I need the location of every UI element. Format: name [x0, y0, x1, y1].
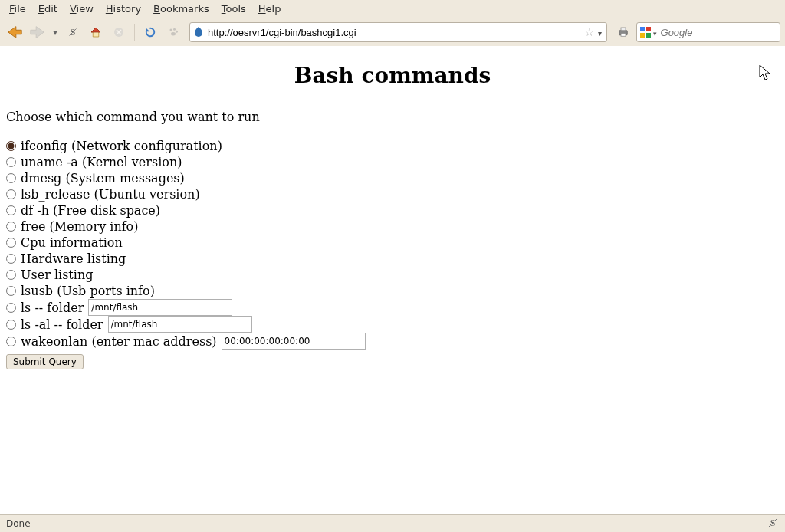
radio-df[interactable] — [6, 205, 16, 215]
prompt-text: Choose which command you want to run — [6, 110, 779, 124]
search-engine-dropdown[interactable] — [652, 27, 659, 38]
page-content: Bash commands Choose which command you w… — [0, 46, 785, 514]
option-label-lsb_release: lsb_release (Ubuntu version) — [21, 186, 200, 202]
status-text: Done — [6, 518, 31, 529]
radio-ifconfig[interactable] — [6, 141, 16, 151]
home-button[interactable] — [86, 22, 106, 42]
radio-ls[interactable] — [6, 303, 16, 313]
radio-lsusb[interactable] — [6, 286, 16, 296]
url-dropdown[interactable] — [596, 27, 604, 38]
status-script-icon[interactable]: S — [767, 517, 779, 531]
submit-button[interactable]: Submit Query — [6, 354, 84, 369]
svg-point-8 — [171, 32, 176, 36]
back-button[interactable] — [5, 22, 25, 42]
option-label-hw: Hardware listing — [21, 251, 126, 267]
back-arrow-icon — [6, 24, 23, 41]
svg-point-6 — [173, 28, 176, 31]
radio-free[interactable] — [6, 222, 16, 232]
svg-point-5 — [170, 29, 172, 31]
forward-button[interactable] — [28, 22, 48, 42]
menu-view[interactable]: View — [64, 2, 100, 17]
stop-button[interactable] — [109, 22, 129, 42]
search-input[interactable] — [659, 27, 785, 38]
radio-uname[interactable] — [6, 157, 16, 167]
feeds-button[interactable] — [163, 22, 183, 42]
option-row-wol: wakeonlan (enter mac address) — [6, 333, 779, 350]
menu-help[interactable]: Help — [252, 2, 287, 17]
print-button[interactable] — [613, 22, 633, 42]
toolbar-separator — [134, 24, 135, 41]
radio-hw[interactable] — [6, 254, 16, 264]
option-label-lsusb: lsusb (Usb ports info) — [21, 283, 155, 299]
paw-icon — [166, 25, 180, 39]
site-favicon — [192, 26, 205, 38]
page-title: Bash commands — [6, 63, 779, 88]
svg-rect-15 — [646, 33, 651, 38]
s-icon: S — [66, 25, 80, 39]
bookmark-star-icon[interactable]: ☆ — [584, 26, 596, 38]
reload-icon — [143, 25, 157, 39]
option-row-free: free (Memory info) — [6, 218, 779, 235]
radio-user[interactable] — [6, 270, 16, 280]
option-row-cpu: Cpu information — [6, 235, 779, 251]
option-label-lsal: ls -al -- folder — [21, 317, 103, 333]
option-row-ifconfig: ifconfig (Network configuration) — [6, 138, 779, 154]
stop-icon — [112, 25, 126, 39]
option-label-free: free (Memory info) — [21, 218, 138, 235]
radio-lsal[interactable] — [6, 320, 16, 330]
menu-file[interactable]: File — [3, 2, 32, 17]
url-input[interactable] — [205, 27, 584, 38]
option-row-hw: Hardware listing — [6, 251, 779, 267]
menu-bookmarks[interactable]: Bookmarks — [147, 2, 215, 17]
option-label-wol: wakeonlan (enter mac address) — [21, 333, 217, 350]
option-label-df: df -h (Free disk space) — [21, 202, 160, 218]
menu-tools[interactable]: Tools — [215, 2, 252, 17]
svg-rect-10 — [621, 28, 626, 31]
option-label-ls: ls -- folder — [21, 300, 84, 316]
svg-point-7 — [176, 31, 178, 33]
menu-edit[interactable]: Edit — [32, 2, 64, 17]
option-row-user: User listing — [6, 267, 779, 283]
option-input-wol[interactable] — [222, 333, 366, 350]
radio-lsb_release[interactable] — [6, 189, 16, 199]
search-bar[interactable] — [636, 22, 780, 42]
statusbar: Done S — [0, 514, 785, 532]
option-label-ifconfig: ifconfig (Network configuration) — [21, 138, 222, 154]
option-label-dmesg: dmesg (System messages) — [21, 170, 185, 186]
home-icon — [89, 25, 103, 39]
option-row-lsusb: lsusb (Usb ports info) — [6, 283, 779, 299]
toolbar: S — [0, 18, 785, 47]
google-icon — [639, 26, 652, 38]
radio-cpu[interactable] — [6, 238, 16, 248]
option-input-lsal[interactable] — [108, 316, 252, 333]
option-row-df: df -h (Free disk space) — [6, 202, 779, 218]
svg-rect-11 — [621, 34, 626, 37]
search-engine-icon — [639, 26, 652, 38]
url-bar[interactable]: ☆ — [189, 22, 607, 42]
reload-button[interactable] — [140, 22, 160, 42]
menu-history[interactable]: History — [100, 2, 147, 17]
drupal-icon — [192, 26, 205, 38]
s-icon: S — [767, 517, 779, 529]
nav-history-dropdown[interactable] — [51, 22, 60, 42]
option-row-lsb_release: lsb_release (Ubuntu version) — [6, 186, 779, 202]
scripting-toggle-button[interactable]: S — [63, 22, 83, 42]
option-label-user: User listing — [21, 267, 93, 283]
radio-dmesg[interactable] — [6, 173, 16, 183]
svg-rect-12 — [640, 27, 645, 31]
svg-rect-13 — [646, 27, 651, 31]
forward-arrow-icon — [29, 24, 46, 41]
option-label-cpu: Cpu information — [21, 235, 123, 251]
radio-wol[interactable] — [6, 337, 16, 346]
command-form: ifconfig (Network configuration)uname -a… — [6, 138, 779, 369]
menubar: File Edit View History Bookmarks Tools H… — [0, 0, 785, 18]
svg-rect-14 — [640, 33, 645, 38]
option-label-uname: uname -a (Kernel version) — [21, 154, 182, 170]
option-row-uname: uname -a (Kernel version) — [6, 154, 779, 170]
option-input-ls[interactable] — [88, 299, 232, 316]
option-row-lsal: ls -al -- folder — [6, 316, 779, 333]
option-row-ls: ls -- folder — [6, 299, 779, 316]
printer-icon — [616, 25, 630, 39]
option-row-dmesg: dmesg (System messages) — [6, 170, 779, 186]
